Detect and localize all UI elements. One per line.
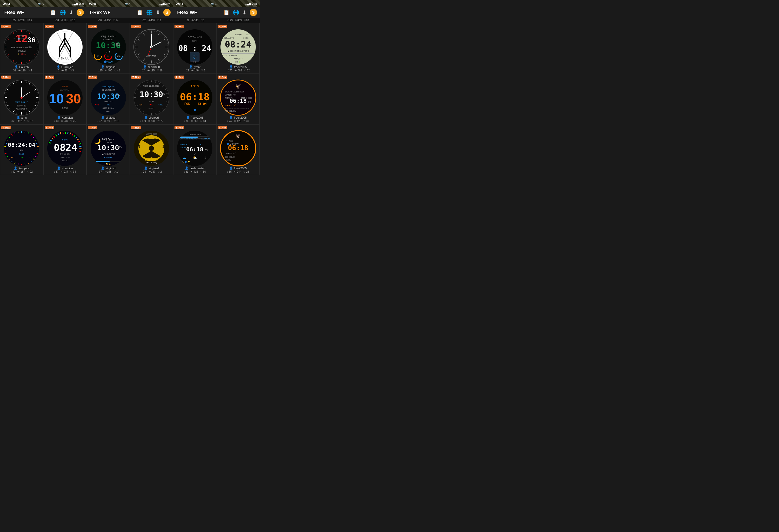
svg-text:03: 03 [204,149,208,152]
svg-text:19.Července Neděle: 19.Července Neděle [11,46,32,49]
status-bar: 09:43 📷 △ ▂▄▆ 24% [86,0,173,7]
svg-line-200 [60,132,61,134]
coin-button[interactable]: $ [77,9,84,16]
watch-preview[interactable]: 50% СРД 20° 17-ИЮН AM 10:30 05 AMAZFIT ♥… [90,79,126,116]
views: 👁148 [191,19,198,22]
download-count: ↓109 [140,120,146,123]
svg-text:04: 04 [248,42,252,46]
svg-text:WATCH: 70%: WATCH: 70% [225,94,236,96]
username: Polik26 [19,65,28,68]
watch-preview[interactable]: 60 % 08 24 Fri 15-05 5000 3.50 375 70 [47,130,83,166]
watchface-item[interactable]: T_Rex 19 JUL 👤Gurru_co ↓8 👁51 ♡3 [43,23,87,74]
watchface-item[interactable]: T_Rex 🦅 7♦ 4000 🔵 MONDAY 06:18 6 APR -1°… [216,124,260,175]
stats-row: ↓35 👁244 ♡23 [227,170,249,173]
svg-text:13 MON APR: 13 MON APR [188,133,201,136]
view-icon: 👁 [191,170,193,173]
heart-icon: ♡ [70,69,72,72]
watch-preview[interactable]: 19 JUL [47,29,83,65]
user-icon: 👤 [17,116,20,119]
username: sirgiosd [149,116,159,119]
clipboard-icon[interactable]: 📋 [50,9,56,15]
watchface-item[interactable]: T_Rex 870 % 06:18 ПОК 13:04 🔵 👤freek2005… [173,74,217,124]
like-count: ♡13 [200,120,206,123]
watchface-item[interactable]: T_Rex WED JUN 17 6000 ♦ 50 72 AMAZFIT 👤x… [0,74,43,124]
download-count: ↓81 [184,170,188,173]
svg-text:5000: 5000 [19,153,24,155]
trex-badge: T_Rex [88,75,97,79]
view-icon: 👁 [234,120,236,123]
download-count: ↓31 [11,69,16,72]
view-count: 👁237 [61,120,68,123]
globe-icon[interactable]: 🌐 [233,9,239,15]
svg-text:17-ИЮН  AM: 17-ИЮН AM [102,89,115,92]
watch-preview[interactable]: 12 36 19.Července Neděle 4.90KM ⚡ 40% Gr… [3,29,40,65]
watch-preview[interactable]: WED JUN 17 6000 ♦ 50 72 AMAZFIT [3,79,40,116]
watchface-item[interactable]: T_Rex 50% СРД 20° 17-ИЮН AM 10:30 05 AMA… [86,74,130,124]
watch-preview[interactable]: OSTRALA 15 60 % 08 : 24 🛡 ↑ ✤ [177,29,213,65]
watchface-item[interactable]: T_Rex WED 17-06-2020 10:30 05 AM Int 05 … [130,74,173,124]
watchface-item[interactable]: T_Rex AMAZFIT 👤Nick0890 ↓24 👁195 ♡18 [130,23,173,74]
svg-point-367 [149,146,154,151]
user-icon: 👤 [57,166,61,170]
watch-preview[interactable]: 🌙 20° | Среда 17 Июнь 10:30 05 ☁ 72 DOPP… [90,130,126,166]
svg-text:🌡 KCAL: 🌡 KCAL [224,159,231,161]
clipboard-icon[interactable]: 📋 [136,9,143,15]
watchface-item[interactable]: T_Rex 08:24:04 AM 5000 375 70 13° 👤Kompi… [0,124,43,175]
svg-text:Int 05: Int 05 [149,101,154,103]
watch-preview[interactable]: СРД 17 ИЮН 4.20км 28° 10:30 05 🌡 🌧 50 72… [90,29,126,65]
top-stats-row: ↓37👁198♡14↓23👁137♡2 [86,18,173,23]
coin-button[interactable]: $ [250,9,257,16]
watch-preview[interactable]: 🦅 DIVISION AGENT 0225 WATCH: 70% MONDAY … [220,79,256,116]
username: Kompica [62,167,73,170]
status-bar: 09:42 📷 △ ▂▄▆ 25% [0,0,86,7]
watch-preview[interactable]: wed 17 10 30 am pm 6000 50 % [47,79,83,116]
watchface-item[interactable]: T_Rex 13 MON APR BATTERY: MINIMUM——MAXIM… [173,124,217,175]
watchface-item[interactable]: T_Rex 12 36 19.Července Neděle 4.90KM ⚡ … [0,23,43,74]
svg-text:06:18: 06:18 [180,91,209,103]
watch-preview[interactable]: 13 MON APR BATTERY: MINIMUM——MAXIMUM 400… [177,130,213,166]
watchface-item[interactable]: T_Rex 60 % 08 24 Fri 15-05 5000 3.50 375… [43,124,87,175]
watch-preview[interactable]: friday ♥ BAL KCAL 375 05 70 08:24 04 ▲ 5… [220,29,256,65]
username: freek2005 [234,167,247,170]
svg-text:🌡 🌧: 🌡 🌧 [106,51,111,53]
stats-row: ↓8 👁51 ♡3 [56,69,74,72]
watchface-item[interactable]: T_Rex 🌙 20° | Среда 17 Июнь 10:30 05 ☁ 7… [86,124,130,175]
svg-text:🔔 💪: 🔔 💪 [106,163,111,165]
views: 👁208 [18,19,25,22]
download-icon[interactable]: ⬇ [69,9,73,15]
watch-preview[interactable]: 08:24:04 AM 5000 375 70 13° [3,130,40,166]
heart-icon: ♡ [201,69,203,72]
download-icon[interactable]: ⬇ [156,9,160,15]
watch-preview[interactable]: 870 % 06:18 ПОК 13:04 🔵 [177,79,213,116]
svg-line-210 [79,143,81,144]
stats-row: ↓74 👁429 ♡39 [227,120,249,123]
like-count: ♡82 [244,69,250,72]
coin-button[interactable]: $ [163,9,171,16]
watchface-item[interactable]: T_Rex 🦅 DIVISION AGENT 0225 WATCH: 70% M… [216,74,260,124]
globe-icon[interactable]: 🌐 [146,9,153,15]
watchface-item[interactable]: T_Rex friday ♥ BAL KCAL 375 05 70 08:24 … [216,23,260,74]
svg-text:AM: AM [140,91,143,93]
watch-preview[interactable]: WED 17-06-2020 10:30 05 AM Int 05 4.20 ♥… [133,79,170,116]
watchface-item[interactable]: T_Rex 08 24 FR 15 May 5000 80% 70 МЕТРО … [130,124,173,175]
user-icon: 👤 [189,65,193,68]
svg-text:06:18: 06:18 [228,144,248,152]
download-icon: ↓ [227,170,228,173]
svg-line-201 [63,132,63,134]
watch-preview[interactable]: 🦅 7♦ 4000 🔵 MONDAY 06:18 6 APR -1° 300 6… [220,130,256,166]
user-icon: 👤 [229,65,233,68]
watchface-item[interactable]: T_Rex СРД 17 ИЮН 4.20км 28° 10:30 05 🌡 🌧… [86,23,130,74]
download-icon: ↓ [54,120,55,123]
username: freek2005 [234,116,247,119]
globe-icon[interactable]: 🌐 [59,9,66,15]
watch-preview[interactable]: AMAZFIT [133,29,170,65]
clipboard-icon[interactable]: 📋 [223,9,230,15]
download-count: ↓23 [141,170,146,173]
download-icon[interactable]: ⬇ [242,9,247,15]
svg-text:24: 24 [163,145,166,149]
watch-preview[interactable]: 08 24 FR 15 May 5000 80% 70 МЕТРО 2033 [133,130,170,166]
svg-line-97 [37,99,39,100]
watchface-item[interactable]: T_Rex wed 17 10 30 am pm 6000 50 % 👤Komp… [43,74,87,124]
svg-text:🔵: 🔵 [193,109,196,111]
watchface-item[interactable]: T_Rex OSTRALA 15 60 % 08 : 24 🛡 ↑ ✤ 👤jym… [173,23,217,74]
